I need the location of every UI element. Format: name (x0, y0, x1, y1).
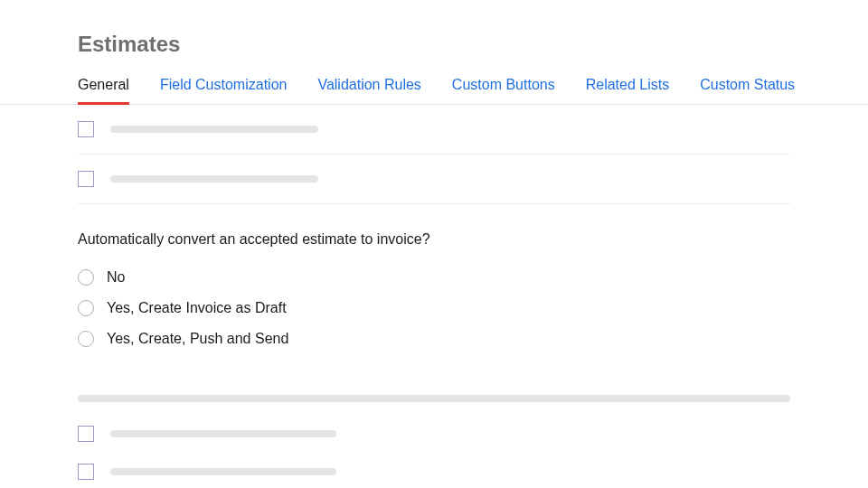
tab-custom-buttons[interactable]: Custom Buttons (452, 77, 555, 105)
checkbox[interactable] (78, 171, 94, 187)
setting-row (78, 105, 790, 155)
page-title: Estimates (78, 32, 868, 57)
radio-option-draft[interactable]: Yes, Create Invoice as Draft (78, 293, 790, 324)
section-heading-placeholder (78, 395, 790, 402)
setting-row (78, 155, 790, 204)
radio-label: Yes, Create Invoice as Draft (107, 300, 287, 316)
auto-convert-question: Automatically convert an accepted estima… (78, 204, 790, 363)
tab-general[interactable]: General (78, 77, 129, 105)
radio-label: Yes, Create, Push and Send (107, 331, 288, 347)
setting-row (78, 415, 790, 453)
radio-label: No (107, 269, 125, 286)
placeholder-text (110, 126, 318, 133)
radio-option-no[interactable]: No (78, 262, 790, 293)
section (78, 395, 790, 488)
placeholder-text (110, 430, 336, 437)
placeholder-text (110, 468, 336, 475)
placeholder-text (110, 175, 318, 183)
radio-option-push-send[interactable]: Yes, Create, Push and Send (78, 324, 790, 354)
tab-field-customization[interactable]: Field Customization (160, 77, 288, 105)
question-prompt: Automatically convert an accepted estima… (78, 231, 790, 248)
radio[interactable] (78, 269, 94, 286)
checkbox[interactable] (78, 464, 94, 480)
radio[interactable] (78, 331, 94, 347)
checkbox[interactable] (78, 121, 94, 137)
radio[interactable] (78, 300, 94, 316)
tab-custom-status[interactable]: Custom Status (700, 77, 795, 105)
setting-row (78, 453, 790, 488)
checkbox[interactable] (78, 426, 94, 442)
tab-related-lists[interactable]: Related Lists (586, 77, 670, 105)
tab-bar: General Field Customization Validation R… (0, 77, 868, 105)
tab-validation-rules[interactable]: Validation Rules (317, 77, 420, 105)
